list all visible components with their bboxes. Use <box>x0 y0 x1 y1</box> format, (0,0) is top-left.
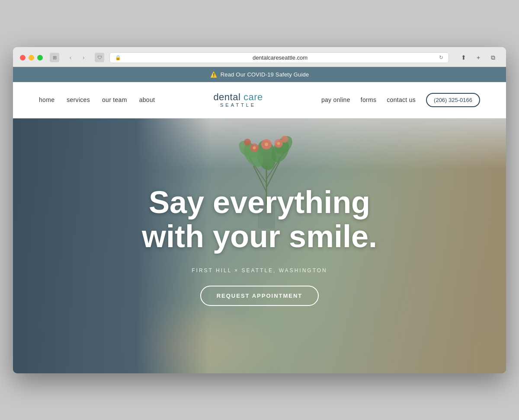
covid-banner-text: Read Our COVID-19 Safety Guide <box>221 71 309 78</box>
forward-button[interactable]: › <box>77 52 90 63</box>
nav-home[interactable]: home <box>39 96 54 103</box>
refresh-icon[interactable]: ↻ <box>439 54 443 60</box>
new-tab-button[interactable]: + <box>472 52 484 63</box>
nav-services[interactable]: services <box>67 96 90 103</box>
nav-about[interactable]: about <box>139 96 155 103</box>
sidebar-icon[interactable]: ⊞ <box>50 53 59 62</box>
website: ⚠️ Read Our COVID-19 Safety Guide home s… <box>13 67 506 373</box>
browser-actions: ⬆ + ⧉ <box>458 52 499 63</box>
nav-arrows: ‹ › <box>64 52 90 63</box>
lock-icon: 🔒 <box>115 55 121 60</box>
share-button[interactable]: ⬆ <box>458 52 470 63</box>
site-logo[interactable]: dental care SEATTLE <box>213 92 263 108</box>
logo-dental: dental <box>213 92 243 102</box>
hero-headline-line1: Say everything <box>149 185 370 220</box>
hero-section: Say everything with your smile. FIRST HI… <box>13 118 506 373</box>
maximize-button[interactable] <box>37 55 43 60</box>
logo-sub: SEATTLE <box>213 103 263 108</box>
hero-content: Say everything with your smile. FIRST HI… <box>13 118 506 373</box>
covid-banner[interactable]: ⚠️ Read Our COVID-19 Safety Guide <box>13 67 506 82</box>
shield-icon: 🛡 <box>95 53 104 62</box>
address-bar[interactable]: 🔒 dentalcareseattle.com ↻ <box>109 52 449 63</box>
nav-our-team[interactable]: our team <box>102 96 127 103</box>
hero-location: FIRST HILL × SEATTLE, WASHINGTON <box>192 267 327 274</box>
hero-headline: Say everything with your smile. <box>142 185 377 254</box>
tabs-button[interactable]: ⧉ <box>487 52 499 63</box>
nav-pay-online[interactable]: pay online <box>321 96 350 103</box>
site-header: home services our team about dental care… <box>13 82 506 118</box>
minimize-button[interactable] <box>29 55 34 60</box>
browser-chrome: ⊞ ‹ › 🛡 🔒 dentalcareseattle.com ↻ ⬆ + ⧉ <box>13 47 506 67</box>
traffic-lights <box>20 55 43 60</box>
nav-forms[interactable]: forms <box>361 96 377 103</box>
hero-headline-line2: with your smile. <box>142 219 377 254</box>
warning-icon: ⚠️ <box>210 71 217 78</box>
nav-contact-us[interactable]: contact us <box>387 96 416 103</box>
request-appointment-button[interactable]: REQUEST APPOINTMENT <box>200 286 319 306</box>
browser-window: ⊞ ‹ › 🛡 🔒 dentalcareseattle.com ↻ ⬆ + ⧉ … <box>13 47 506 373</box>
url-text: dentalcareseattle.com <box>124 54 436 61</box>
sidebar-toggle[interactable]: ⊞ <box>50 53 59 62</box>
back-button[interactable]: ‹ <box>64 52 77 63</box>
nav-left: home services our team about <box>39 96 155 103</box>
phone-button[interactable]: (206) 325-0166 <box>426 93 480 107</box>
logo-care: care <box>243 92 263 102</box>
close-button[interactable] <box>20 55 26 60</box>
nav-right: pay online forms contact us (206) 325-01… <box>321 93 480 107</box>
logo-main: dental care <box>213 92 263 102</box>
